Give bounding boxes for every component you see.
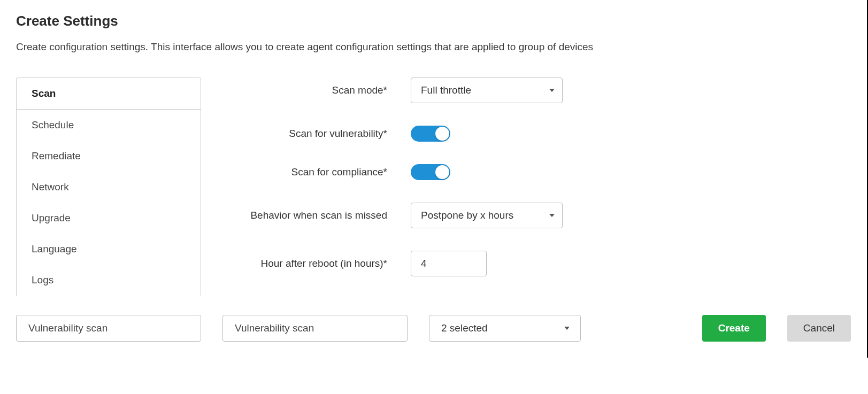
missed-behavior-value: Postpone by x hours (421, 210, 513, 221)
scan-mode-value: Full throttle (421, 84, 471, 96)
nav-item-remediate[interactable]: Remediate (17, 141, 201, 172)
footer-actions: 2 selected Create Cancel (16, 315, 851, 342)
scan-compliance-label: Scan for compliance* (217, 166, 411, 178)
settings-nav: Scan Schedule Remediate Network Upgrade … (16, 78, 201, 296)
create-button[interactable]: Create (702, 315, 766, 342)
nav-item-schedule[interactable]: Schedule (17, 110, 201, 141)
chevron-down-icon (549, 214, 555, 217)
device-group-value: 2 selected (441, 322, 488, 334)
toggle-knob (435, 127, 449, 141)
missed-behavior-select[interactable]: Postpone by x hours (411, 203, 563, 228)
chevron-down-icon (564, 327, 570, 330)
device-group-select[interactable]: 2 selected (429, 315, 581, 342)
scan-mode-select[interactable]: Full throttle (411, 78, 563, 103)
scan-compliance-toggle[interactable] (411, 164, 450, 180)
cancel-button[interactable]: Cancel (787, 315, 851, 342)
settings-name-input-2[interactable] (222, 315, 408, 342)
nav-item-scan[interactable]: Scan (17, 78, 201, 110)
scan-mode-label: Scan mode* (217, 84, 411, 96)
scan-vulnerability-label: Scan for vulnerability* (217, 128, 411, 140)
hours-after-reboot-input[interactable] (411, 251, 487, 276)
hours-after-reboot-label: Hour after reboot (in hours)* (217, 258, 411, 269)
toggle-knob (435, 165, 449, 179)
nav-item-language[interactable]: Language (17, 234, 201, 265)
scan-form: Scan mode* Full throttle Scan for vulner… (217, 78, 851, 276)
nav-item-logs[interactable]: Logs (17, 265, 201, 296)
scan-vulnerability-toggle[interactable] (411, 126, 450, 142)
page-title: Create Settings (16, 13, 851, 29)
missed-behavior-label: Behavior when scan is missed (217, 210, 411, 221)
settings-name-input-1[interactable] (16, 315, 201, 342)
page-description: Create configuration settings. This inte… (16, 41, 851, 53)
nav-item-network[interactable]: Network (17, 172, 201, 203)
chevron-down-icon (549, 89, 555, 92)
nav-item-upgrade[interactable]: Upgrade (17, 203, 201, 234)
